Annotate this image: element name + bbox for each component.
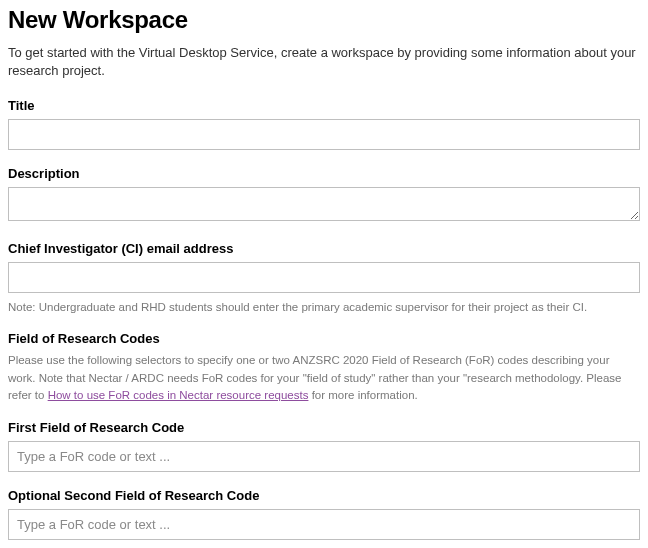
for-codes-section: Field of Research Codes Please use the f…: [8, 331, 640, 404]
description-group: Description: [8, 166, 640, 225]
for2-group: Optional Second Field of Research Code: [8, 488, 640, 540]
page-title: New Workspace: [8, 6, 640, 34]
for1-label: First Field of Research Code: [8, 420, 640, 435]
title-group: Title: [8, 98, 640, 150]
for1-group: First Field of Research Code: [8, 420, 640, 472]
description-label: Description: [8, 166, 640, 181]
for2-input[interactable]: [8, 509, 640, 540]
title-label: Title: [8, 98, 640, 113]
ci-email-label: Chief Investigator (CI) email address: [8, 241, 640, 256]
ci-email-group: Chief Investigator (CI) email address No…: [8, 241, 640, 315]
for-codes-description: Please use the following selectors to sp…: [8, 352, 640, 404]
for1-input[interactable]: [8, 441, 640, 472]
for-codes-help-link[interactable]: How to use FoR codes in Nectar resource …: [48, 389, 309, 401]
ci-email-note: Note: Undergraduate and RHD students sho…: [8, 299, 640, 315]
intro-text: To get started with the Virtual Desktop …: [8, 44, 640, 80]
for2-label: Optional Second Field of Research Code: [8, 488, 640, 503]
for-codes-desc-post: for more information.: [308, 389, 417, 401]
for-codes-heading: Field of Research Codes: [8, 331, 640, 346]
title-input[interactable]: [8, 119, 640, 150]
description-input[interactable]: [8, 187, 640, 221]
ci-email-input[interactable]: [8, 262, 640, 293]
